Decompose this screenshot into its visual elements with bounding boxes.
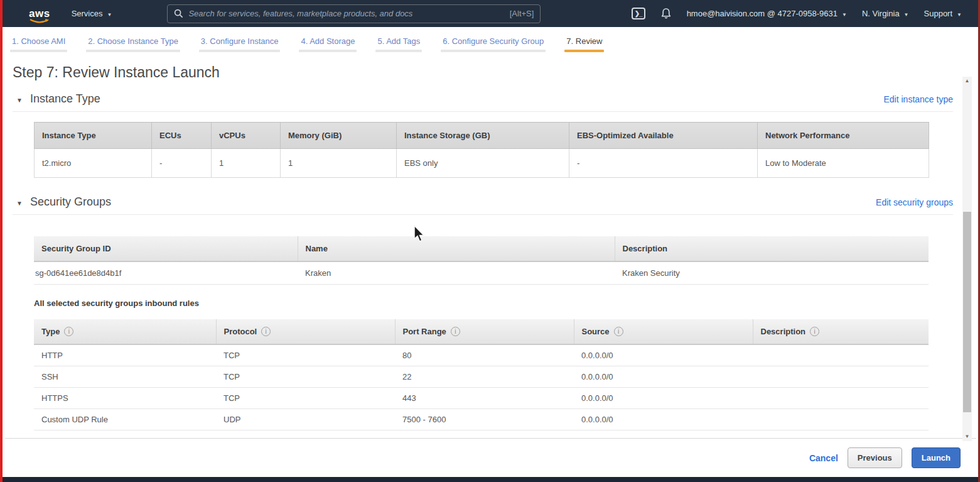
scrollbar-thumb[interactable] — [963, 212, 971, 412]
column-header-label: Protocol — [224, 327, 257, 336]
column-header: Security Group ID — [34, 236, 298, 261]
rule-port-range-cell: 7500 - 7600 — [395, 409, 574, 430]
account-menu-label: hmoe@haivision.com @ 4727-0958-9631 — [687, 9, 837, 18]
instance-type-section-title: Instance Type — [30, 92, 100, 106]
instance-storage-cell: EBS only — [397, 149, 569, 178]
tab-add-tags[interactable]: 5. Add Tags — [375, 27, 422, 55]
rule-protocol-cell: TCP — [216, 344, 395, 366]
security-groups-section-title: Security Groups — [30, 195, 111, 209]
column-header: EBS-Optimized Available — [569, 123, 758, 149]
global-search-box[interactable]: [Alt+S] — [167, 4, 541, 23]
column-header-label: Port Range — [403, 327, 446, 336]
instance-type-table-row: t2.micro - 1 1 EBS only - Low to Moderat… — [35, 149, 929, 178]
ecus-cell: - — [152, 149, 212, 178]
instance-type-table-header-row: Instance Type ECUs vCPUs Memory (GiB) In… — [35, 123, 929, 149]
rule-type-cell: HTTP — [34, 344, 216, 366]
rule-port-range-cell: 443 — [395, 388, 574, 409]
rule-source-cell: 0.0.0.0/0 — [574, 388, 753, 409]
notifications-button[interactable] — [660, 8, 672, 19]
column-header: Type — [34, 319, 216, 344]
inbound-rules-table: Type Protocol Port Range Source Descript… — [34, 319, 929, 430]
account-menu[interactable]: hmoe@haivision.com @ 4727-0958-9631 — [687, 9, 847, 18]
instance-type-cell: t2.micro — [35, 149, 152, 178]
rule-port-range-cell: 80 — [395, 344, 574, 366]
inbound-rule-row: SSH TCP 22 0.0.0.0/0 — [34, 366, 929, 388]
bottom-taskbar — [3, 477, 978, 482]
inbound-rule-row: Custom UDP Rule UDP 7500 - 7600 0.0.0.0/… — [34, 409, 929, 430]
security-group-description-cell: Kraken Security — [615, 261, 929, 285]
rule-type-cell: HTTPS — [34, 388, 216, 409]
column-header-label: Description — [761, 327, 806, 336]
rule-type-cell: SSH — [34, 366, 216, 388]
tab-choose-instance-type[interactable]: 2. Choose Instance Type — [86, 27, 180, 55]
cloudshell-button[interactable] — [632, 8, 645, 19]
aws-smile-icon — [30, 18, 51, 25]
rule-source-cell: 0.0.0.0/0 — [574, 344, 753, 366]
inbound-rule-row: HTTPS TCP 443 0.0.0.0/0 — [34, 388, 929, 409]
security-groups-table-header-row: Security Group ID Name Description — [34, 236, 929, 261]
rule-description-cell — [753, 366, 929, 388]
cancel-button[interactable]: Cancel — [809, 453, 838, 463]
wizard-footer: Cancel Previous Launch — [5, 438, 976, 477]
edit-security-groups-link[interactable]: Edit security groups — [876, 197, 953, 207]
wizard-step-tabs: 1. Choose AMI 2. Choose Instance Type 3.… — [3, 27, 978, 55]
chevron-down-icon — [837, 9, 847, 18]
chevron-down-icon — [900, 9, 909, 18]
network-performance-cell: Low to Moderate — [758, 149, 929, 178]
cloudshell-icon — [632, 8, 645, 19]
region-menu-label: N. Virginia — [862, 9, 900, 18]
launch-button[interactable]: Launch — [912, 447, 961, 468]
column-header: Instance Storage (GB) — [397, 123, 569, 149]
search-shortcut-hint: [Alt+S] — [510, 9, 534, 18]
column-header-label: Source — [582, 327, 610, 336]
info-icon[interactable] — [64, 327, 73, 336]
rule-protocol-cell: TCP — [216, 366, 395, 388]
column-header: Port Range — [395, 319, 574, 344]
vertical-scrollbar[interactable] — [962, 77, 972, 441]
rule-source-cell: 0.0.0.0/0 — [574, 409, 753, 430]
column-header: Description — [615, 236, 929, 261]
collapse-triangle-icon[interactable] — [16, 197, 30, 208]
rule-type-cell: Custom UDP Rule — [34, 409, 216, 430]
rule-protocol-cell: UDP — [216, 409, 395, 430]
column-header: vCPUs — [212, 123, 281, 149]
column-header: Protocol — [216, 319, 395, 344]
collapse-triangle-icon[interactable] — [16, 94, 30, 105]
services-menu[interactable]: Services — [72, 9, 112, 18]
search-input[interactable] — [188, 9, 504, 18]
support-menu-label: Support — [924, 9, 953, 18]
rule-description-cell — [753, 409, 929, 430]
info-icon[interactable] — [614, 327, 623, 336]
inbound-rule-row: HTTP TCP 80 0.0.0.0/0 — [34, 344, 929, 366]
tab-configure-instance[interactable]: 3. Configure Instance — [199, 27, 281, 55]
aws-logo[interactable]: aws — [29, 8, 50, 20]
column-header: Source — [574, 319, 753, 344]
tab-review[interactable]: 7. Review — [564, 27, 604, 55]
tab-configure-security-group[interactable]: 6. Configure Security Group — [441, 27, 546, 55]
info-icon[interactable] — [451, 327, 460, 336]
support-menu[interactable]: Support — [924, 9, 962, 18]
page-title: Step 7: Review Instance Launch — [13, 64, 978, 81]
rule-protocol-cell: TCP — [216, 388, 395, 409]
info-icon[interactable] — [810, 327, 819, 336]
scrollbar-up-arrow[interactable] — [962, 77, 972, 85]
column-header: Memory (GiB) — [281, 123, 397, 149]
previous-button[interactable]: Previous — [848, 447, 902, 468]
security-groups-section-header: Security Groups Edit security groups — [13, 193, 953, 215]
rule-description-cell — [753, 388, 929, 409]
column-header: Instance Type — [35, 123, 152, 149]
edit-instance-type-link[interactable]: Edit instance type — [883, 94, 953, 104]
review-page-content: Step 7: Review Instance Launch Instance … — [3, 55, 978, 430]
region-menu[interactable]: N. Virginia — [862, 9, 909, 18]
tab-add-storage[interactable]: 4. Add Storage — [299, 27, 357, 55]
column-header: Network Performance — [758, 123, 929, 149]
scrollbar-down-arrow[interactable] — [962, 432, 972, 441]
security-groups-table: Security Group ID Name Description sg-0d… — [34, 236, 929, 285]
column-header: Name — [298, 236, 615, 261]
info-icon[interactable] — [261, 327, 271, 336]
search-icon — [174, 9, 183, 18]
rule-source-cell: 0.0.0.0/0 — [574, 366, 753, 388]
chevron-down-icon — [952, 9, 962, 18]
security-group-row: sg-0d641ee61de8d4b1f Kraken Kraken Secur… — [34, 261, 929, 285]
tab-choose-ami[interactable]: 1. Choose AMI — [10, 27, 67, 55]
